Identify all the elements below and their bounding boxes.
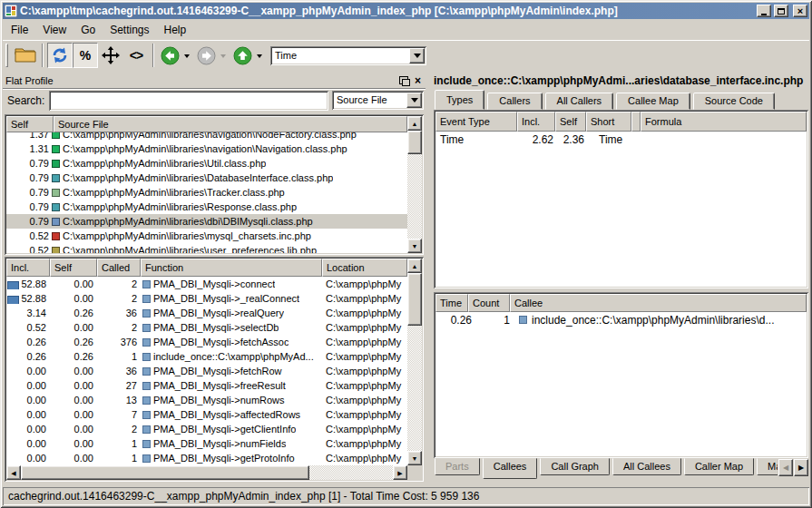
- tab-scroll-left-icon[interactable]: ◀: [778, 459, 793, 476]
- source-file-row[interactable]: 1.31C:\xampp\phpMyAdmin\libraries\naviga…: [6, 142, 407, 156]
- self-cost: 0.00: [50, 453, 97, 464]
- column-header-short[interactable]: Short: [586, 112, 631, 132]
- scroll-left-icon[interactable]: ◀: [6, 465, 21, 480]
- vertical-scrollbar[interactable]: ▲ ▼: [407, 259, 422, 465]
- function-row[interactable]: 0.260.26376PMA_DBI_Mysqli->fetchAssocC:\…: [6, 335, 407, 349]
- back-dropdown-caret[interactable]: [184, 54, 190, 61]
- function-row[interactable]: 0.000.001PMA_DBI_Mysqli->getProtoInfoC:\…: [6, 451, 407, 465]
- function-name: PMA_DBI_Mysqli->affectedRows: [141, 409, 322, 420]
- tab-source-code[interactable]: Source Code: [693, 93, 775, 110]
- source-file-row[interactable]: 0.79C:\xampp\phpMyAdmin\libraries\dbi\DB…: [6, 214, 407, 229]
- scrollbar-thumb[interactable]: [407, 131, 422, 154]
- function-row[interactable]: 0.000.0027PMA_DBI_Mysqli->freeResultC:\x…: [6, 378, 407, 393]
- function-row[interactable]: 0.000.0013PMA_DBI_Mysqli->numRowsC:\xamp…: [6, 393, 407, 407]
- function-row[interactable]: 0.260.261include_once::C:\xampp\phpMyAd.…: [6, 349, 407, 364]
- source-file-row[interactable]: 0.52C:\xampp\phpMyAdmin\libraries\user_p…: [6, 243, 407, 253]
- tab-scroll-right-icon[interactable]: ▶: [794, 459, 808, 476]
- combo-arrow-button[interactable]: [409, 48, 425, 64]
- up-button[interactable]: [230, 43, 254, 68]
- close-button[interactable]: ×: [793, 5, 807, 17]
- back-button[interactable]: [158, 43, 181, 68]
- function-icon: [142, 367, 151, 376]
- function-row[interactable]: 0.000.007PMA_DBI_Mysqli->affectedRowsC:\…: [6, 407, 407, 422]
- column-header-incl[interactable]: Incl.: [6, 259, 50, 277]
- shorten-templates-button[interactable]: <>: [123, 43, 149, 68]
- column-header-source-file[interactable]: Source File: [54, 116, 407, 132]
- scroll-right-icon[interactable]: ▶: [393, 465, 407, 480]
- event-type-row[interactable]: Time2.622.36Time: [435, 132, 807, 147]
- column-header-formula[interactable]: Formula: [641, 112, 807, 132]
- scroll-down-icon[interactable]: ▼: [407, 451, 422, 465]
- called-count: 2: [97, 278, 141, 289]
- column-header-time[interactable]: Time: [435, 294, 468, 312]
- column-header-incl[interactable]: Incl.: [517, 112, 555, 132]
- forward-button[interactable]: [194, 43, 218, 68]
- column-header-self[interactable]: Self: [6, 116, 54, 132]
- source-file-row[interactable]: 0.79C:\xampp\phpMyAdmin\libraries\Util.c…: [6, 156, 407, 171]
- relative-to-parent-button[interactable]: [98, 43, 123, 68]
- titlebar[interactable]: C:\xampp\tmp\cachegrind.out.1416463299-C…: [3, 3, 809, 19]
- event-type-combobox[interactable]: Time: [270, 46, 426, 65]
- menu-settings[interactable]: Settings: [103, 21, 156, 39]
- column-header-callee[interactable]: Callee: [510, 294, 807, 312]
- source-file-row[interactable]: 0.79C:\xampp\phpMyAdmin\libraries\Tracke…: [6, 185, 407, 200]
- relative-percent-button[interactable]: %: [73, 43, 98, 68]
- column-header-self[interactable]: Self: [50, 259, 97, 277]
- dock-float-icon[interactable]: [399, 76, 408, 84]
- function-label: include_once::C:\xampp\phpMyAd...: [153, 351, 314, 362]
- tab-call-graph[interactable]: Call Graph: [540, 458, 610, 475]
- column-header-function[interactable]: Function: [141, 259, 322, 277]
- source-file-row[interactable]: 0.52C:\xampp\phpMyAdmin\libraries\mysql_…: [6, 229, 407, 243]
- group-by-combobox[interactable]: Source File: [332, 91, 424, 110]
- scrollbar-thumb[interactable]: [407, 273, 422, 326]
- function-row[interactable]: 0.000.002PMA_DBI_Mysqli->getClientInfoC:…: [6, 422, 407, 436]
- function-row[interactable]: 0.520.002PMA_DBI_Mysqli->selectDbC:\xamp…: [6, 320, 407, 335]
- tab-callees[interactable]: Callees: [483, 458, 538, 479]
- combo-arrow-button[interactable]: [406, 93, 422, 108]
- maximize-button[interactable]: [774, 5, 788, 17]
- column-header-self[interactable]: Self: [555, 112, 586, 132]
- dock-close-icon[interactable]: ×: [415, 76, 421, 85]
- scroll-up-icon[interactable]: ▲: [407, 259, 422, 273]
- open-file-button[interactable]: [13, 43, 38, 68]
- source-file-row[interactable]: 0.79C:\xampp\phpMyAdmin\libraries\Databa…: [6, 171, 407, 185]
- forward-dropdown-caret[interactable]: [220, 54, 226, 61]
- function-row[interactable]: 52.880.002PMA_DBI_Mysqli->_realConnectC:…: [6, 291, 407, 306]
- tab-all-callees[interactable]: All Callees: [612, 458, 681, 475]
- tab-callee-map[interactable]: Callee Map: [616, 93, 690, 110]
- tab-callers[interactable]: Callers: [487, 93, 542, 110]
- toolbar-handle[interactable]: [5, 44, 8, 67]
- menu-file[interactable]: File: [4, 21, 35, 39]
- menu-help[interactable]: Help: [157, 21, 194, 39]
- source-file-row[interactable]: 0.79C:\xampp\phpMyAdmin\libraries\Respon…: [6, 200, 407, 214]
- menu-go[interactable]: Go: [73, 21, 103, 39]
- search-input[interactable]: [49, 91, 328, 111]
- tab-all-callers[interactable]: All Callers: [545, 93, 614, 110]
- column-header-count[interactable]: Count: [468, 294, 510, 312]
- file-group-icon: [52, 218, 60, 226]
- tab-machine[interactable]: Machine: [757, 458, 778, 475]
- tab-types[interactable]: Types: [435, 90, 484, 110]
- column-header-event-type[interactable]: Event Type: [435, 112, 517, 132]
- scroll-down-icon[interactable]: ▼: [407, 239, 422, 253]
- dock-titlebar[interactable]: Flat Profile ×: [5, 73, 423, 87]
- scrollbar-thumb[interactable]: [21, 465, 309, 480]
- callee-row[interactable]: 0.261include_once::C:\xampp\phpMyAdmin\l…: [435, 312, 807, 327]
- horizontal-scrollbar[interactable]: ◀ ▶: [6, 465, 407, 480]
- cycle-detection-button[interactable]: [47, 43, 73, 68]
- function-row[interactable]: 52.880.002PMA_DBI_Mysqli->connectC:\xamp…: [6, 277, 407, 291]
- function-row[interactable]: 0.000.001PMA_DBI_Mysqli->numFieldsC:\xam…: [6, 436, 407, 451]
- folder-icon: [15, 46, 36, 64]
- scroll-up-icon[interactable]: ▲: [407, 116, 422, 131]
- function-row[interactable]: 0.000.0036PMA_DBI_Mysqli->fetchRowC:\xam…: [6, 364, 407, 378]
- vertical-scrollbar[interactable]: ▲ ▼: [407, 116, 422, 253]
- function-row[interactable]: 3.140.2636PMA_DBI_Mysqli->realQueryC:\xa…: [6, 306, 407, 320]
- menu-view[interactable]: View: [35, 21, 73, 39]
- up-dropdown-caret[interactable]: [257, 54, 262, 61]
- file-group-icon: [52, 160, 60, 168]
- minimize-button[interactable]: [757, 5, 771, 17]
- tab-caller-map[interactable]: Caller Map: [684, 458, 754, 475]
- source-file-row[interactable]: 1.37C:\xampp\phpMyAdmin\libraries\naviga…: [6, 132, 407, 142]
- column-header-called[interactable]: Called: [97, 259, 141, 277]
- column-header-location[interactable]: Location: [322, 259, 407, 277]
